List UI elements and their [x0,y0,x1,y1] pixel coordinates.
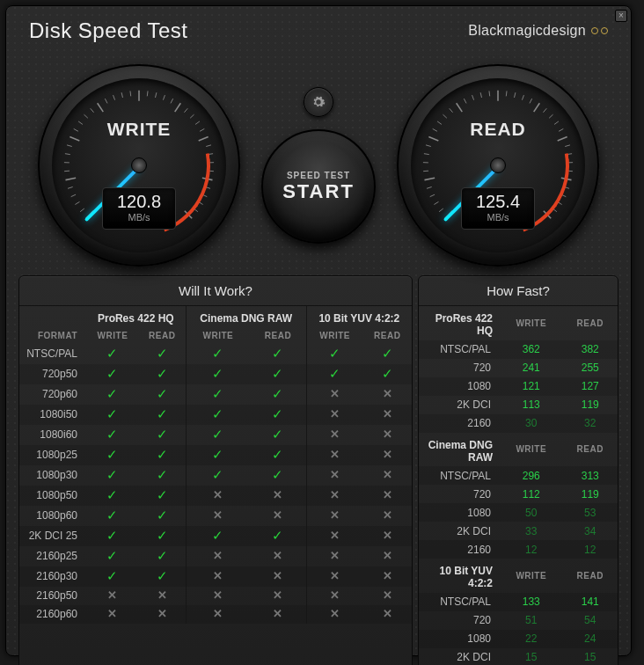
check-icon: ✓ [157,366,168,381]
x-icon: ✕ [330,407,340,420]
svg-line-42 [439,208,443,212]
table-row: 2K DCI3334 [419,522,618,540]
svg-line-72 [565,145,570,147]
table-row: 7205154 [419,611,618,630]
table-row: 2160p50✕✕✕✕✕✕ [19,587,412,605]
svg-line-15 [98,103,104,112]
x-icon: ✕ [273,508,282,522]
check-icon: ✓ [157,487,168,502]
svg-line-66 [534,103,540,112]
check-icon: ✓ [157,406,168,421]
check-icon: ✓ [106,386,118,401]
table-row: 720112119 [419,485,618,503]
check-icon: ✓ [272,406,283,421]
app-title: Disk Speed Test [29,18,187,43]
svg-line-4 [68,186,73,188]
check-icon: ✓ [106,447,118,462]
svg-line-49 [424,154,429,155]
x-icon: ✕ [383,569,392,582]
x-icon: ✕ [330,588,340,602]
check-icon: ✓ [157,467,168,482]
x-icon: ✕ [383,529,392,542]
x-icon: ✕ [157,607,167,620]
x-icon: ✕ [383,407,392,420]
table-row: 1080p50✓✓✕✕✕✕ [19,486,412,506]
x-icon: ✕ [383,448,392,461]
table-row: 2K DCI 25✓✓✓✓✕✕ [19,526,412,546]
x-icon: ✕ [273,549,282,562]
gear-icon [311,95,326,109]
x-icon: ✕ [330,448,340,461]
table-row: 1080i60✓✓✓✓✕✕ [19,425,412,445]
x-icon: ✕ [213,508,223,522]
svg-line-59 [480,92,481,98]
x-icon: ✕ [213,588,223,602]
start-button[interactable]: SPEED TEST START [261,129,376,244]
table-row: 720241255 [419,359,618,377]
check-icon: ✓ [157,427,168,442]
svg-line-9 [67,145,72,147]
svg-line-14 [91,108,94,113]
svg-line-2 [75,201,79,204]
svg-line-19 [130,91,131,96]
svg-line-46 [424,178,435,179]
check-icon: ✓ [106,467,118,482]
x-icon: ✕ [213,569,223,582]
svg-line-5 [65,178,76,179]
check-icon: ✓ [106,487,118,502]
x-icon: ✕ [383,607,392,620]
svg-line-58 [472,95,474,100]
svg-line-67 [543,108,546,113]
x-icon: ✕ [107,588,117,602]
table-row: 2K DCI1515 [419,648,618,666]
settings-button[interactable] [304,87,333,117]
table-row: NTSC/PAL296313 [419,466,618,485]
will-it-work-panel: Will It Work? ProRes 422 HQCinema DNG RA… [18,275,413,665]
x-icon: ✕ [330,387,340,400]
table-row: NTSC/PAL133141 [419,593,618,611]
check-icon: ✓ [272,386,283,401]
check-icon: ✓ [212,528,223,543]
svg-line-13 [84,114,87,118]
svg-line-22 [155,92,156,98]
svg-line-64 [522,95,523,100]
check-icon: ✓ [106,568,118,583]
table-row: 21601212 [419,540,618,559]
check-icon: ✓ [272,447,283,462]
x-icon: ✕ [383,468,392,481]
table-row: 10805053 [419,503,618,522]
svg-line-24 [171,99,173,103]
x-icon: ✕ [383,428,392,441]
x-icon: ✕ [383,387,392,400]
table-row: 1080p30✓✓✓✓✕✕ [19,465,412,486]
table-row: 1080p60✓✓✕✕✕✕ [19,506,412,526]
svg-line-43 [434,201,438,204]
x-icon: ✕ [330,569,340,582]
svg-line-55 [450,108,453,113]
x-icon: ✕ [383,508,392,522]
check-icon: ✓ [106,346,118,361]
check-icon: ✓ [272,366,283,381]
svg-line-21 [147,91,148,96]
svg-line-31 [206,145,211,147]
svg-line-57 [464,99,466,103]
svg-line-1 [80,208,84,212]
brand-icon [591,27,608,34]
check-icon: ✓ [212,366,223,381]
x-icon: ✕ [213,488,223,501]
svg-line-65 [530,99,532,103]
table-row: 1080p25✓✓✓✓✕✕ [19,445,412,465]
check-icon: ✓ [272,427,283,442]
x-icon: ✕ [273,607,282,620]
check-icon: ✓ [212,406,223,421]
will-it-work-table: ProRes 422 HQCinema DNG RAW10 Bit YUV 4:… [19,306,412,624]
svg-line-3 [71,194,76,196]
close-button[interactable]: × [615,10,627,22]
x-icon: ✕ [330,428,340,441]
table-row: 2160p30✓✓✕✕✕✕ [19,566,412,587]
svg-line-54 [443,114,446,118]
write-readout: 120.8 MB/s [102,187,176,230]
x-icon: ✕ [330,508,340,522]
check-icon: ✓ [272,528,283,543]
x-icon: ✕ [330,529,340,542]
